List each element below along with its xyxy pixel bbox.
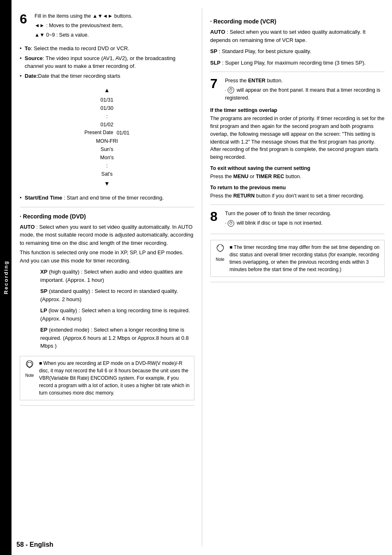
note-timer-icon: Note (214, 244, 226, 262)
dvd-lp-label: LP (40, 307, 47, 313)
sidebar-label: Recording (3, 260, 9, 294)
return-btn: RETURN (233, 193, 255, 199)
bullet-date: Date:Date that the timer recording start… (20, 72, 194, 80)
bullet-source-label: Source (25, 55, 43, 61)
vcr-auto-text: : Select when you want to set video qual… (210, 29, 366, 43)
diagram-date1: 01/31 (101, 96, 113, 104)
step-6-content: Fill in the items using the ▲▼◄► buttons… (35, 12, 194, 40)
step-7-number: 7 (210, 77, 222, 90)
dvd-lp-text: (low quality) : Select when a long recor… (40, 307, 190, 322)
diagram-date2: 01/30 (101, 104, 113, 112)
dvd-sp-entry: SP (standard quality) : Select to record… (20, 287, 194, 303)
note-timer-text: ■ The timer recording time may differ fr… (230, 244, 381, 273)
diagram-date3: 01/02 (101, 121, 113, 129)
dvd-sp-text: (standard quality) : Select to record in… (40, 288, 178, 302)
vcr-slp-label: SLP (210, 60, 221, 66)
note-timer-icon-svg (215, 244, 225, 253)
step7-line2: · ⏱ will appear on the front panel. It m… (225, 86, 385, 102)
step-8-block: 8 Turn the power off to finish the timer… (210, 210, 385, 229)
bullet-start-end: Start/End Time : Start and end time of t… (20, 194, 194, 202)
exit-text: Press the MENU or TIMER REC button. (210, 173, 385, 181)
bullet-source: Source: The video input source (AV1, AV2… (20, 54, 194, 70)
vcr-slp-text: : Super Long Play, for maximum recording… (222, 60, 365, 66)
vcr-sp-text: : Standard Play, for best picture qualit… (219, 48, 311, 54)
start-end-label: Start/End Time (25, 195, 62, 201)
dvd-auto-label: AUTO (20, 224, 35, 230)
recording-mode-vcr-heading: · Recording mode (VCR) (210, 18, 385, 25)
vcr-auto-entry: AUTO : Select when you want to set video… (210, 28, 385, 44)
bullet-source-text: : The video input source (AV1, AV2), or … (25, 55, 175, 70)
note-dvd-box: Note ■ When you are recording at EP mode… (20, 356, 194, 400)
left-column: 6 Fill in the items using the ▲▼◄► butto… (12, 8, 202, 547)
svg-line-2 (218, 246, 219, 246)
step8-line2-post: will blink if disc or tape is not insert… (235, 220, 323, 226)
return-text-pre: Press the (210, 193, 233, 199)
dvd-auto-extra: This function is selected only one mode … (20, 248, 194, 265)
divider-r1 (210, 72, 385, 72)
dvd-ep-entry: EP (extended mode) : Select when a longe… (20, 326, 194, 350)
step-6-number: 6 (20, 12, 31, 26)
step-8-content: Turn the power off to finish the timer r… (225, 210, 385, 229)
dvd-xp-text: (high quality) : Select when audio and v… (40, 269, 182, 283)
dvd-ep-label: EP (40, 327, 47, 333)
return-text-post: button if you don't want to set a timer … (255, 193, 364, 199)
vcr-sp-entry: SP : Standard Play, for best picture qua… (210, 47, 385, 56)
diagram-present-date: 01/01 (117, 129, 129, 137)
timer-overlap-text: The programs are recorded in order of pr… (210, 115, 385, 161)
timer-overlap-heading: If the timer settings overlap (210, 107, 385, 113)
diagram-down-arrow: ▼ (104, 179, 110, 188)
note-dvd-text: ■ When you are recording at EP mode on a… (39, 360, 191, 397)
return-text: Press the RETURN button if you don't wan… (210, 192, 385, 200)
note-timer-box: Note ■ The timer recording time may diff… (210, 240, 385, 277)
vcr-slp-entry: SLP : Super Long Play, for maximum recor… (210, 59, 385, 67)
dvd-xp-label: XP (40, 269, 47, 275)
divider-r4 (210, 282, 385, 282)
dvd-auto-entry: AUTO : Select when you want to set video… (20, 223, 194, 265)
diagram-up-arrow: ▲ (104, 86, 110, 95)
diagram-present-row: Present Date 01/01 (85, 129, 129, 137)
bullet-to: To: Select the media to record DVD or VC… (20, 44, 194, 53)
divider-r3 (210, 234, 385, 234)
note-dvd-icon: Note (23, 360, 36, 379)
step6-bullets: To: Select the media to record DVD or VC… (20, 44, 194, 80)
divider-r2 (210, 204, 385, 205)
step8-line1: Turn the power off to finish the timer r… (225, 210, 385, 218)
start-end-text: : Start and end time of the timer record… (64, 195, 164, 201)
step-7-block: 7 Press the ENTER button. · ⏱ will appea… (210, 77, 385, 103)
date-diagram: ▲ 01/31 01/30 : 01/02 Present Date 01/01… (20, 86, 194, 188)
exit-or: or (249, 174, 256, 179)
sidebar: Recording (0, 0, 12, 555)
bullet-date-text: Date that the timer recording starts (38, 73, 120, 79)
exit-timer-rec: TIMER REC (256, 174, 284, 179)
step7-clock-icon: ⏱ (228, 87, 234, 93)
step-7-content: Press the ENTER button. · ⏱ will appear … (225, 77, 385, 103)
step7-line1: Press the ENTER button. (225, 77, 385, 85)
svg-line-1 (31, 362, 32, 362)
diagram-present-label: Present Date (85, 129, 113, 137)
start-end-bullet: Start/End Time : Start and end time of t… (20, 194, 194, 202)
step8-clock-icon: ⏱ (228, 220, 234, 227)
note-icon-svg (25, 360, 35, 369)
recording-mode-dvd-heading: · Recording mode (DVD) (20, 213, 194, 220)
svg-line-0 (28, 362, 28, 362)
exit-menu: MENU (233, 174, 249, 179)
exit-text-pre: Press the (210, 174, 233, 179)
dvd-lp-entry: LP (low quality) : Select when a long re… (20, 307, 194, 323)
diagram-mons: Mon's (100, 153, 114, 162)
step7-enter: ENTER (248, 78, 265, 84)
page-footer: 58 - English (16, 541, 53, 548)
step8-line2: · ⏱ will blink if disc or tape is not in… (225, 219, 385, 227)
dvd-ep-text: (extended mode) : Select when a longer r… (40, 327, 189, 349)
exit-text-post: button. (284, 174, 301, 179)
bullet-to-label: To (25, 45, 31, 51)
divider-1 (20, 207, 194, 207)
diagram-colon2: : (106, 162, 108, 170)
step6-line3: ▲▼ 0~9 : Sets a value. (35, 31, 194, 39)
note-timer-label: Note (214, 256, 226, 262)
return-heading: To return to the previous menu (210, 185, 385, 190)
dvd-xp-entry: XP (high quality) : Select when audio an… (20, 268, 194, 284)
step-6-block: 6 Fill in the items using the ▲▼◄► butto… (20, 12, 194, 40)
note-dvd-label: Note (23, 372, 36, 379)
dvd-sp-label: SP (40, 288, 47, 294)
diagram-sats: Sat's (101, 170, 113, 178)
